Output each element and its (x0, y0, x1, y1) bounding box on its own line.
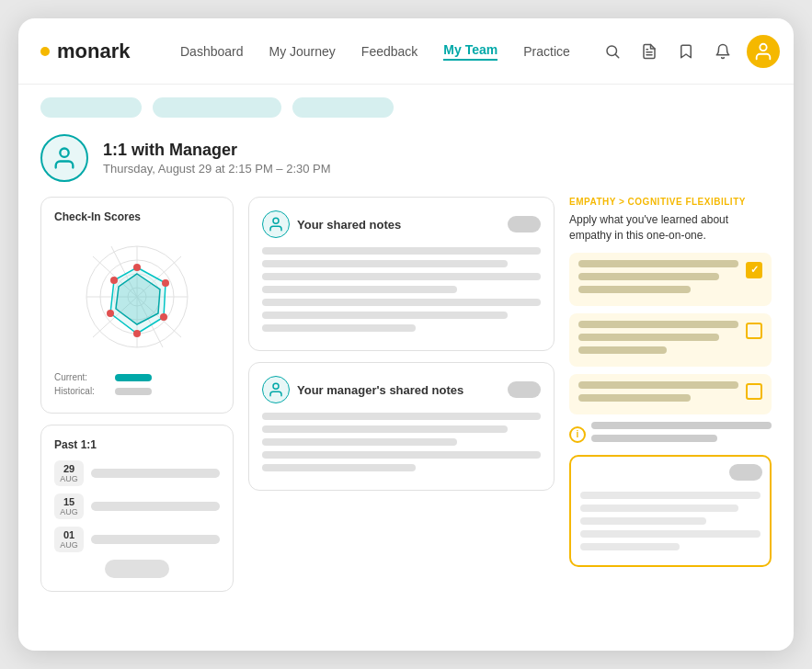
manager-notes-header-left: Your manager's shared notes (262, 376, 463, 403)
logo-dot (40, 47, 50, 56)
legend-historical: Historical: (54, 386, 220, 396)
breadcrumb-pill-2[interactable] (153, 97, 281, 118)
note-line-5 (262, 299, 541, 306)
past-item-3[interactable]: 01 AUG (54, 527, 220, 552)
past-bar-3 (91, 535, 220, 544)
shared-notes-card: Your shared notes (248, 197, 555, 351)
date-badge-2: 15 AUG (54, 493, 84, 519)
day-1: 29 (59, 463, 79, 474)
task-lines-3 (578, 381, 738, 407)
svg-point-0 (607, 46, 617, 56)
manager-notes-header: Your manager's shared notes (262, 376, 541, 403)
current-label: Current: (54, 372, 109, 382)
meeting-title: 1:1 with Manager (103, 141, 331, 160)
shared-notes-toggle[interactable] (508, 216, 541, 232)
user-avatar[interactable] (747, 35, 780, 68)
current-bar (115, 374, 152, 381)
historical-label: Historical: (54, 386, 109, 396)
mgr-line-2 (262, 425, 508, 433)
mgr-line-3 (262, 438, 457, 446)
past-meetings-card: Past 1:1 29 AUG 15 AUG (40, 425, 234, 592)
manager-notes-card: Your manager's shared notes (248, 362, 555, 491)
past-item-1[interactable]: 29 AUG (54, 460, 220, 486)
task-lines-1 (578, 260, 738, 299)
past-more-button[interactable] (105, 560, 169, 578)
right-column: EMPATHY > COGNITIVE FLEXIBILITY Apply wh… (569, 197, 772, 592)
note-line-1 (262, 247, 541, 255)
month-2: AUG (59, 507, 79, 516)
date-badge-3: 01 AUG (54, 527, 84, 552)
past-item-2[interactable]: 15 AUG (54, 493, 220, 519)
svg-point-6 (60, 149, 68, 157)
logo: monark (40, 40, 151, 63)
svg-point-23 (110, 277, 118, 284)
note-line-4 (262, 286, 457, 293)
mgr-line-5 (262, 464, 416, 471)
svg-point-19 (162, 279, 169, 287)
shared-notes-header-left: Your shared notes (262, 210, 401, 238)
past-bar-1 (91, 469, 220, 478)
task-item-2[interactable] (569, 313, 772, 367)
task-item-3[interactable] (569, 374, 772, 414)
shared-notes-avatar (262, 210, 290, 238)
svg-point-22 (107, 310, 114, 317)
manager-notes-title: Your manager's shared notes (297, 383, 463, 397)
middle-column: Your shared notes (248, 197, 555, 592)
nav-practice[interactable]: Practice (523, 44, 570, 59)
nav-dashboard[interactable]: Dashboard (180, 44, 244, 59)
nav-feedback[interactable]: Feedback (361, 44, 417, 59)
info-text (591, 422, 772, 448)
check-in-scores-card: Check-In Scores (40, 197, 234, 414)
scores-card-title: Check-In Scores (54, 210, 220, 223)
main-nav: Dashboard My Journey Feedback My Team Pr… (180, 42, 570, 61)
breadcrumb-row (18, 85, 794, 127)
task-checkbox-3[interactable] (746, 383, 762, 400)
task-item-1[interactable] (569, 253, 772, 306)
shared-notes-header: Your shared notes (262, 210, 541, 238)
date-badge-1: 29 AUG (54, 460, 84, 486)
note-line-2 (262, 260, 508, 267)
note-line-7 (262, 324, 416, 332)
meeting-info: 1:1 with Manager Thursday, August 29 at … (103, 141, 331, 176)
nav-my-journey[interactable]: My Journey (269, 44, 336, 59)
meeting-avatar (40, 134, 88, 182)
logo-text: monark (57, 40, 130, 63)
past-bar-2 (91, 502, 220, 511)
month-1: AUG (59, 474, 79, 483)
section-description: Apply what you've learned about empathy … (569, 212, 772, 244)
day-3: 01 (59, 529, 79, 540)
svg-point-24 (273, 218, 279, 223)
main-content: Check-In Scores (18, 197, 794, 610)
note-line-6 (262, 312, 508, 319)
historical-bar (115, 388, 152, 395)
notes-box-toggle[interactable] (729, 464, 762, 481)
svg-line-1 (615, 54, 618, 57)
legend-current: Current: (54, 372, 220, 382)
left-column: Check-In Scores (40, 197, 234, 592)
note-line-3 (262, 273, 541, 280)
manager-notes-toggle[interactable] (508, 381, 541, 398)
info-row: i (569, 422, 772, 448)
app-container: monark Dashboard My Journey Feedback My … (18, 18, 794, 651)
radar-chart (73, 232, 201, 361)
task-checkbox-2[interactable] (746, 323, 762, 339)
svg-point-21 (133, 330, 141, 337)
search-icon[interactable] (600, 39, 625, 64)
svg-point-5 (760, 43, 766, 50)
task-checkbox-1[interactable] (746, 262, 762, 278)
past-meetings-title: Past 1:1 (54, 438, 220, 451)
mgr-line-4 (262, 451, 541, 459)
notes-box[interactable] (569, 455, 772, 567)
svg-point-25 (273, 383, 279, 389)
notes-box-lines (580, 492, 761, 550)
bell-icon[interactable] (710, 39, 736, 64)
document-icon[interactable] (636, 39, 662, 64)
page-heading: 1:1 with Manager Thursday, August 29 at … (18, 127, 794, 197)
bookmark-icon[interactable] (673, 39, 699, 64)
header-icons (600, 35, 780, 68)
nav-my-team[interactable]: My Team (443, 42, 497, 61)
meeting-datetime: Thursday, August 29 at 2:15 PM – 2:30 PM (103, 162, 331, 176)
section-breadcrumb: EMPATHY > COGNITIVE FLEXIBILITY (569, 197, 772, 207)
breadcrumb-pill-1[interactable] (40, 97, 142, 118)
breadcrumb-pill-3[interactable] (292, 97, 394, 118)
